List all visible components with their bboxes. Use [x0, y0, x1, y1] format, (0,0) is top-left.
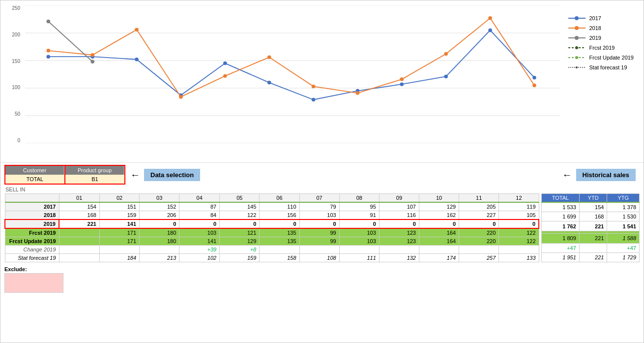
svg-point-18 [47, 49, 51, 52]
svg-point-35 [575, 26, 579, 30]
table-row-frcst: Frcst 2019 171 180 103 121 135 99 103 12… [5, 228, 539, 237]
col-header-05: 05 [220, 194, 260, 203]
svg-point-30 [47, 20, 51, 23]
customer-header: Customer [5, 166, 64, 175]
svg-point-43 [576, 66, 578, 68]
col-header-09: 09 [379, 194, 419, 203]
legend-2017: 2017 [568, 15, 634, 21]
ytd-header: YTD [579, 194, 607, 203]
svg-point-28 [488, 16, 492, 20]
historical-arrow-group: ← Historical sales [562, 169, 636, 181]
svg-point-14 [400, 82, 404, 86]
data-table-wrapper: 01 02 03 04 05 06 07 08 09 10 11 12 [4, 193, 640, 262]
total-header: TOTAL [542, 194, 580, 203]
svg-point-23 [267, 56, 271, 59]
svg-point-10 [223, 62, 227, 65]
col-header-empty [5, 194, 59, 203]
col-header-04: 04 [179, 194, 220, 203]
svg-point-16 [488, 29, 492, 32]
chart-area: 250 200 150 100 50 0 [0, 0, 644, 163]
col-header-12: 12 [499, 194, 539, 203]
svg-point-39 [575, 46, 578, 49]
svg-point-15 [444, 75, 448, 78]
col-header-03: 03 [140, 194, 179, 203]
totals-table: TOTAL YTD YTG 1 533 154 1 378 1 699 168 … [541, 193, 640, 262]
svg-point-6 [47, 55, 51, 58]
svg-point-19 [90, 53, 94, 57]
legend-frcst-update: Frcst Update 2019 [568, 55, 634, 61]
totals-row-change: +47 +47 [542, 243, 640, 252]
legend-2019: 2019 [568, 35, 634, 41]
table-area: Customer TOTAL Product group B1 ← Data s… [0, 163, 644, 343]
main-data-table: 01 02 03 04 05 06 07 08 09 10 11 12 [4, 193, 539, 262]
totals-row-stat: 1 951 221 1 729 [542, 252, 640, 262]
table-row-2018: 2018 168 159 206 84 122 156 103 91 116 1… [5, 211, 539, 220]
sell-in-label: SELL IN [4, 187, 640, 192]
selection-box: Customer TOTAL Product group B1 [4, 165, 125, 185]
historical-arrow-icon: ← [562, 169, 572, 181]
product-value: B1 [65, 175, 124, 184]
svg-point-27 [444, 52, 448, 56]
label-2017: 2017 [5, 202, 59, 211]
legend-stat: Stat forecast 19 [568, 64, 634, 70]
ytg-header: YTG [607, 194, 640, 203]
data-selection-arrow-label: ← Data selection [130, 169, 200, 181]
totals-row-frcst-update: 1 809 221 1 588 [542, 234, 640, 243]
table-row-2019: 2019 221 141 0 0 0 0 0 0 0 0 0 0 [5, 219, 539, 228]
historical-sales-badge: Historical sales [576, 169, 636, 181]
svg-point-12 [312, 98, 316, 101]
customer-value: TOTAL [5, 175, 64, 184]
svg-point-17 [532, 76, 536, 79]
col-header-02: 02 [99, 194, 139, 203]
arrow-icon: ← [130, 169, 140, 181]
svg-point-26 [400, 77, 404, 81]
chart-svg [25, 5, 560, 143]
legend-frcst: Frcst 2019 [568, 45, 634, 51]
col-header-06: 06 [260, 194, 299, 203]
svg-point-22 [223, 74, 227, 78]
svg-point-11 [267, 81, 271, 84]
label-stat: Stat forecast 19 [5, 254, 59, 262]
exclude-box: Exclude: [4, 266, 640, 293]
totals-row-2019: 1 762 221 1 541 [542, 221, 640, 231]
selection-row: Customer TOTAL Product group B1 ← Data s… [4, 165, 640, 185]
svg-point-41 [575, 56, 578, 59]
svg-point-31 [90, 60, 94, 63]
col-header-07: 07 [299, 194, 339, 203]
chart-legend: 2017 2018 2019 Frcst 2019 Frcst Update 2… [568, 15, 634, 70]
label-2019: 2019 [5, 219, 59, 228]
col-header-11: 11 [459, 194, 499, 203]
main-container: 250 200 150 100 50 0 [0, 0, 644, 343]
svg-point-37 [575, 36, 579, 40]
label-2018: 2018 [5, 211, 59, 220]
table-row-change: Change 2019 +39 +8 [5, 246, 539, 254]
col-header-10: 10 [419, 194, 459, 203]
table-row-frcst-update: Frcst Update 2019 171 180 141 129 135 99… [5, 237, 539, 246]
label-frcst-update: Frcst Update 2019 [5, 237, 59, 246]
exclude-area [4, 273, 63, 293]
totals-row-2017: 1 533 154 1 378 [542, 202, 640, 212]
svg-point-21 [179, 95, 183, 98]
svg-point-33 [575, 16, 579, 20]
label-frcst: Frcst 2019 [5, 228, 59, 237]
svg-point-20 [135, 28, 139, 31]
col-header-08: 08 [339, 194, 379, 203]
svg-point-25 [356, 91, 360, 94]
label-change: Change 2019 [5, 246, 59, 254]
svg-point-29 [532, 84, 536, 87]
product-header: Product group [65, 166, 124, 175]
col-header-01: 01 [59, 194, 99, 203]
totals-row-2018: 1 699 168 1 530 [542, 212, 640, 221]
exclude-label: Exclude: [4, 266, 640, 272]
legend-2018: 2018 [568, 25, 634, 31]
y-axis: 250 200 150 100 50 0 [0, 5, 23, 143]
table-row-stat: Stat forecast 19 184 213 102 159 158 108… [5, 254, 539, 262]
table-row-2017: 2017 154 151 152 87 145 110 79 95 107 12… [5, 202, 539, 211]
svg-point-8 [135, 58, 139, 61]
svg-point-24 [312, 85, 316, 88]
data-selection-badge: Data selection [144, 169, 200, 181]
